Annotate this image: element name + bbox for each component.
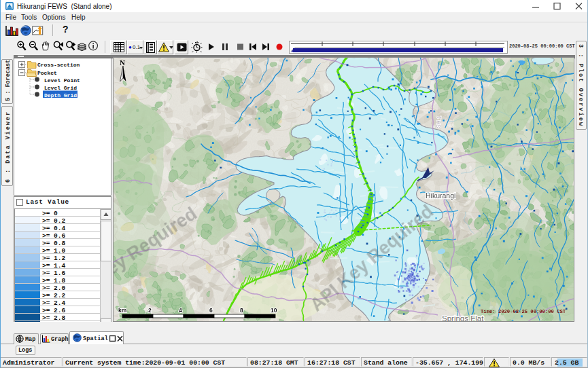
svg-text:3 : Plot Overview: 3 : Plot Overview — [577, 44, 584, 126]
svg-text:Springs Flat: Springs Flat — [442, 314, 484, 322]
svg-text:Pocket: Pocket — [37, 70, 57, 76]
svg-text:Level Point: Level Point — [44, 77, 80, 84]
svg-text:5 : Forecast: 5 : Forecast — [5, 60, 12, 101]
svg-text:N: N — [120, 58, 125, 67]
svg-text:10: 10 — [271, 307, 277, 314]
svg-text:Time: 2020-08-25 00:00:00 CST: Time: 2020-08-25 00:00:00 CST — [481, 309, 566, 314]
svg-text:SH 1: SH 1 — [436, 115, 443, 128]
svg-text:Level Grid: Level Grid — [44, 85, 77, 91]
svg-text:Hikurangi: Hikurangi — [426, 191, 455, 200]
svg-text:2: 2 — [148, 307, 152, 314]
svg-text:Cross-section: Cross-section — [37, 62, 80, 68]
svg-text:6 : Data Viewer: 6 : Data Viewer — [5, 112, 12, 183]
svg-text:4: 4 — [179, 307, 182, 314]
svg-text:8: 8 — [240, 307, 243, 314]
svg-text:6: 6 — [209, 307, 213, 314]
svg-text:km: km — [118, 307, 127, 314]
svg-text:Depth Grid: Depth Grid — [44, 92, 77, 98]
